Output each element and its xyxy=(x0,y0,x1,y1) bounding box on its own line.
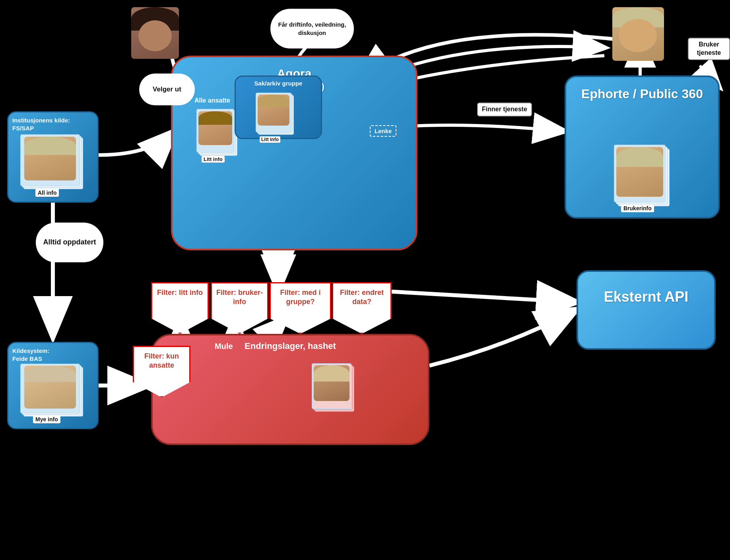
feide-title: Kildesystem:Feide BAS xyxy=(8,343,97,362)
finner-tjeneste-label: Finner tjeneste xyxy=(477,103,532,116)
litt-info-2-label: Litt info xyxy=(260,136,280,143)
litt-info-1-label: Litt info xyxy=(202,156,225,163)
filter-med-i-gruppe: Filter: med i gruppe? xyxy=(270,282,331,334)
sak-arkiv-title: Sak/arkiv gruppe xyxy=(236,77,321,87)
alle-ansatte-label: Alle ansatte xyxy=(194,97,230,104)
ephorte-title: Ephorte / Public 360 xyxy=(566,77,718,102)
inst-title: Institusjonens kilde:FS/SAP xyxy=(8,112,97,132)
sak-arkiv-box: Sak/arkiv gruppe Litt info xyxy=(235,76,322,139)
mule-title: Endringslager, hashet xyxy=(153,335,428,351)
inst-all-info: All info xyxy=(35,189,59,197)
lenke-label: Lenke xyxy=(370,125,396,137)
mule-label: Mule xyxy=(215,342,233,351)
person-top-left xyxy=(131,7,179,59)
feide-mye-info: Mye info xyxy=(33,415,60,423)
filter-brukerinfo: Filter: bruker- info xyxy=(211,282,268,334)
bubble-velger-ut: Velger ut xyxy=(139,74,195,105)
feide-box: Kildesystem:Feide BAS Mye info xyxy=(7,342,99,429)
mule-box: Endringslager, hashet xyxy=(151,334,429,445)
bubble-far-driftinfo: Får driftinfo, veiledning, diskusjon xyxy=(270,9,354,48)
alltid-oppdatert-text: Alltid oppdatert xyxy=(43,238,96,247)
inst-box: Institusjonens kilde:FS/SAP All info xyxy=(7,111,99,203)
person-top-right xyxy=(612,7,664,61)
ephorte-brukerinfo: Brukerinfo xyxy=(621,204,654,212)
bubble-alltid-oppdatert: Alltid oppdatert xyxy=(36,223,103,262)
svg-line-12 xyxy=(366,290,576,302)
extern-box: Eksternt API xyxy=(577,270,716,350)
far-driftinfo-text: Får driftinfo, veiledning, diskusjon xyxy=(270,20,354,37)
extern-title: Eksternt API xyxy=(578,272,714,306)
bruker-tjeneste-label: Bruker tjeneste xyxy=(688,38,730,60)
velger-ut-text: Velger ut xyxy=(153,85,181,94)
filter-litt-info: Filter: litt info xyxy=(151,282,209,334)
ephorte-box: Ephorte / Public 360 Brukerinfo xyxy=(565,76,720,219)
filter-endret-data: Filter: endret data? xyxy=(332,282,392,334)
